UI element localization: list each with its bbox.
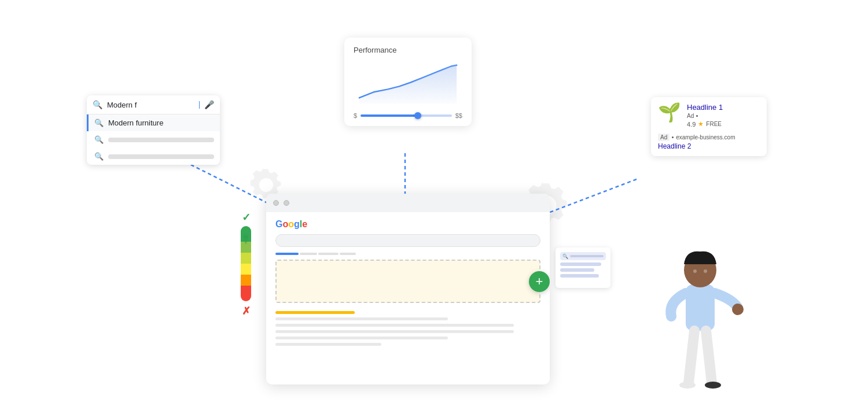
budget-low-label: $: [354, 112, 357, 119]
ad-url-row: Ad example-business.com: [658, 134, 760, 141]
ad-preview-card: 🌱 Headline 1 Ad 4.9 ★ FREE Ad example-bu…: [651, 97, 767, 156]
suggestion-search-icon-2: 🔍: [94, 135, 104, 144]
google-logo: G o o g l e: [275, 219, 540, 230]
search-widget: 🔍 Modern f 🎤 🔍 Modern furniture 🔍 🔍: [87, 95, 220, 165]
check-icon: ✓: [242, 211, 251, 224]
plant-icon: 🌱: [658, 103, 681, 121]
mini-web-panel: 🔍: [556, 247, 610, 288]
search-suggestion-2[interactable]: 🔍: [87, 131, 220, 148]
x-icon: ✗: [242, 305, 251, 317]
budget-slider-row: $ $$: [354, 112, 462, 119]
bar-seg-yellow: [241, 264, 251, 275]
window-close-btn[interactable]: [273, 200, 279, 206]
suggestion-search-icon: 🔍: [94, 119, 104, 127]
budget-slider[interactable]: [361, 114, 452, 117]
browser-titlebar: [266, 194, 550, 212]
performance-chart: [354, 59, 462, 105]
ad-url: example-business.com: [676, 134, 735, 141]
arrow-up-icon: ↑: [242, 228, 250, 247]
mini-panel-row-2: [560, 268, 594, 272]
scene: 🔍 Modern f 🎤 🔍 Modern furniture 🔍 🔍 Perf…: [0, 0, 868, 403]
mini-search-fill: [570, 255, 604, 257]
mini-search-icon: 🔍: [562, 254, 568, 259]
browser-window: G o o g l e +: [266, 194, 550, 384]
performance-card: Performance $ $$: [344, 38, 472, 126]
person-illustration: [642, 218, 758, 397]
ad-info: Headline 1 Ad 4.9 ★ FREE: [687, 103, 723, 129]
suggestion-text-1: Modern furniture: [108, 119, 163, 127]
add-ad-button[interactable]: +: [529, 271, 550, 292]
svg-point-8: [704, 269, 707, 273]
ad-dot-2: [672, 136, 674, 138]
search-input-value[interactable]: Modern f: [107, 101, 194, 109]
svg-point-5: [679, 382, 696, 389]
content-line-accent: [275, 311, 355, 314]
logo-o2: o: [288, 219, 294, 230]
ad-slot: [275, 260, 540, 303]
browser-tab-maps[interactable]: [340, 253, 356, 255]
svg-point-9: [732, 304, 744, 315]
budget-high-label: $$: [455, 112, 462, 119]
ad-label: Ad: [687, 113, 694, 119]
content-line-1: [275, 317, 448, 320]
browser-search-bar[interactable]: [275, 234, 540, 247]
ad-dot: [696, 115, 698, 117]
browser-tabs: [275, 253, 540, 255]
search-icon: 🔍: [93, 100, 102, 109]
ad-headline1: Headline 1: [687, 103, 723, 112]
bar-seg-orange: [241, 275, 251, 286]
content-line-5: [275, 343, 381, 346]
cursor: [199, 101, 200, 109]
star-icon: ★: [698, 120, 704, 128]
content-line-4: [275, 337, 448, 339]
suggestion-placeholder-3: [108, 154, 214, 159]
performance-title: Performance: [354, 46, 462, 54]
content-line-2: [275, 324, 514, 327]
ad-card-inner: 🌱 Headline 1 Ad 4.9 ★ FREE: [658, 103, 760, 129]
content-line-3: [275, 330, 514, 333]
mini-search-bar: 🔍: [560, 252, 606, 260]
ad-badge2: Ad: [658, 134, 670, 141]
svg-point-7: [693, 269, 697, 273]
browser-tab-news[interactable]: [318, 253, 339, 255]
logo-o1: o: [282, 219, 288, 230]
quality-score-widget: ✓ ↑ ✗: [241, 211, 251, 317]
mini-panel-row-3: [560, 274, 599, 278]
slider-thumb[interactable]: [414, 112, 421, 119]
ad-free-label: FREE: [706, 121, 722, 127]
ad-headline2: Headline 2: [658, 142, 760, 150]
ad-placeholder-area: +: [275, 260, 540, 303]
logo-g2: g: [294, 219, 300, 230]
ad-badge-row: Ad: [687, 113, 723, 119]
svg-point-4: [705, 382, 721, 389]
search-suggestion-3[interactable]: 🔍: [87, 148, 220, 165]
suggestion-search-icon-3: 🔍: [94, 152, 104, 161]
logo-g: G: [275, 219, 282, 230]
bar-seg-red: [241, 286, 251, 301]
mic-icon[interactable]: 🎤: [204, 100, 214, 109]
bar-seg-yellow-green: [241, 253, 251, 264]
browser-tab-all[interactable]: [275, 253, 299, 255]
logo-e: e: [302, 219, 307, 230]
search-input-row: 🔍 Modern f 🎤: [87, 95, 220, 114]
search-suggestion-1[interactable]: 🔍 Modern furniture: [87, 114, 220, 131]
mini-panel-row-1: [560, 262, 601, 266]
suggestion-placeholder-2: [108, 138, 214, 142]
ad-rating: 4.9: [687, 121, 696, 128]
ad-rating-row: 4.9 ★ FREE: [687, 120, 723, 128]
browser-tab-images[interactable]: [300, 253, 317, 255]
browser-content: G o o g l e +: [266, 212, 550, 356]
window-min-btn[interactable]: [284, 200, 289, 206]
